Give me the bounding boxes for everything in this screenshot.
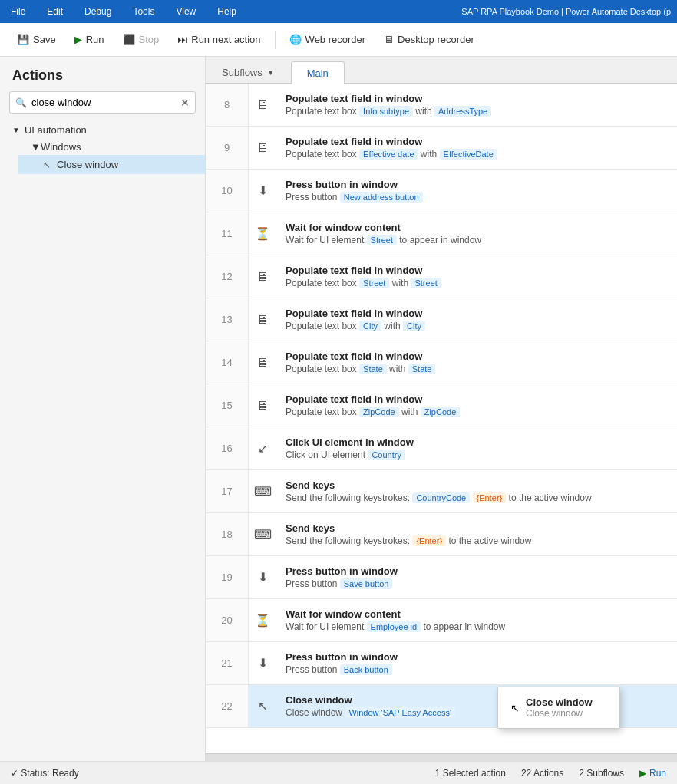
action-icon-17: ⌨ bbox=[249, 470, 276, 512]
search-clear-icon[interactable]: ✕ bbox=[180, 97, 190, 109]
action-row-20[interactable]: 20 ⏳ Wait for window content Wait for UI… bbox=[206, 599, 677, 642]
sidebar: Actions 🔍 ✕ ▼ UI automation ▼ Windows ↖ … bbox=[0, 57, 206, 761]
content-area: Subflows ▼ Main 8 🖥 Populate text field … bbox=[206, 57, 677, 761]
menu-file[interactable]: File bbox=[6, 3, 30, 20]
action-title-17: Send keys bbox=[286, 479, 668, 491]
menu-items: File Edit Debug Tools View Help bbox=[6, 3, 241, 20]
action-title-14: Populate text field in window bbox=[286, 351, 668, 362]
menu-view[interactable]: View bbox=[171, 3, 200, 20]
save-button[interactable]: 💾 Save bbox=[9, 30, 64, 49]
chevron-down-icon: ▼ bbox=[12, 126, 20, 134]
action-desc-18: Send the following keystrokes: {Enter} t… bbox=[286, 535, 668, 546]
action-desc-8: Populate text box Info subtype with Addr… bbox=[286, 106, 668, 117]
action-num-9: 9 bbox=[206, 127, 249, 169]
globe-icon: 🌐 bbox=[289, 34, 302, 45]
sidebar-item-ui-automation[interactable]: ▼ UI automation bbox=[0, 121, 205, 139]
tree-sub-windows: ▼ Windows ↖ Close window bbox=[0, 139, 205, 174]
action-icon-11: ⏳ bbox=[249, 212, 276, 255]
action-num-18: 18 bbox=[206, 513, 249, 555]
sidebar-item-close-window[interactable]: ↖ Close window bbox=[18, 155, 205, 174]
action-row-21[interactable]: 21 ⬇ Press button in window Press button… bbox=[206, 642, 677, 685]
menu-debug[interactable]: Debug bbox=[80, 3, 116, 20]
action-title-15: Populate text field in window bbox=[286, 394, 668, 405]
action-icon-21: ⬇ bbox=[249, 642, 276, 684]
action-desc-15: Populate text box ZipCode with ZipCode bbox=[286, 407, 668, 417]
close-window-popup-icon: ↖ bbox=[510, 702, 520, 714]
status-right: 1 Selected action 22 Actions 2 Subflows … bbox=[435, 768, 666, 779]
menu-edit[interactable]: Edit bbox=[42, 3, 68, 20]
action-num-12: 12 bbox=[206, 255, 249, 298]
context-popup-item[interactable]: ↖ Close window Close window bbox=[509, 693, 609, 722]
search-box: 🔍 ✕ bbox=[9, 91, 196, 114]
action-row-12[interactable]: 12 🖥 Populate text field in window Popul… bbox=[206, 255, 677, 298]
chevron-down-icon-2: ▼ bbox=[31, 141, 41, 153]
action-content-18: Send keys Send the following keystrokes:… bbox=[276, 513, 677, 555]
action-title-18: Send keys bbox=[286, 522, 668, 534]
action-desc-19: Press button Save button bbox=[286, 578, 668, 589]
action-row-10[interactable]: 10 ⬇ Press button in window Press button… bbox=[206, 170, 677, 212]
action-icon-8: 🖥 bbox=[249, 84, 276, 126]
web-recorder-button[interactable]: 🌐 Web recorder bbox=[282, 30, 374, 49]
action-desc-11: Wait for UI element Street to appear in … bbox=[286, 235, 668, 245]
sidebar-title: Actions bbox=[0, 57, 205, 91]
action-content-9: Populate text field in window Populate t… bbox=[276, 127, 677, 169]
horizontal-scrollbar[interactable] bbox=[206, 753, 677, 761]
action-row-16[interactable]: 16 ↙ Click UI element in window Click on… bbox=[206, 427, 677, 470]
action-num-10: 10 bbox=[206, 170, 249, 212]
action-row-8[interactable]: 8 🖥 Populate text field in window Popula… bbox=[206, 84, 677, 127]
action-desc-20: Wait for UI element Employee id to appea… bbox=[286, 621, 668, 632]
action-icon-9: 🖥 bbox=[249, 127, 276, 169]
action-row-14[interactable]: 14 🖥 Populate text field in window Popul… bbox=[206, 341, 677, 384]
action-row-15[interactable]: 15 🖥 Populate text field in window Popul… bbox=[206, 384, 677, 427]
tab-subflows[interactable]: Subflows ▼ bbox=[206, 61, 291, 83]
action-row-22[interactable]: 22 ↖ Close window Close window Window 'S… bbox=[206, 685, 677, 728]
action-content-16: Click UI element in window Click on UI e… bbox=[276, 427, 677, 469]
tab-main[interactable]: Main bbox=[291, 61, 345, 84]
run-next-button[interactable]: ⏭ Run next action bbox=[170, 30, 268, 49]
action-row-9[interactable]: 9 🖥 Populate text field in window Popula… bbox=[206, 127, 677, 170]
context-popup-labels: Close window Close window bbox=[526, 697, 593, 719]
action-desc-10: Press button New address button bbox=[286, 192, 668, 203]
menu-tools[interactable]: Tools bbox=[128, 3, 159, 20]
desktop-recorder-button[interactable]: 🖥 Desktop recorder bbox=[376, 30, 482, 49]
run-next-icon: ⏭ bbox=[177, 34, 187, 45]
action-title-10: Press button in window bbox=[286, 179, 668, 190]
main-layout: Actions 🔍 ✕ ▼ UI automation ▼ Windows ↖ … bbox=[0, 57, 677, 761]
action-content-10: Press button in window Press button New … bbox=[276, 170, 677, 212]
separator bbox=[275, 31, 276, 49]
action-row-18[interactable]: 18 ⌨ Send keys Send the following keystr… bbox=[206, 513, 677, 556]
action-icon-22: ↖ bbox=[249, 685, 276, 727]
action-row-17[interactable]: 17 ⌨ Send keys Send the following keystr… bbox=[206, 470, 677, 513]
action-content-8: Populate text field in window Populate t… bbox=[276, 84, 677, 126]
action-row-19[interactable]: 19 ⬇ Press button in window Press button… bbox=[206, 556, 677, 599]
actions-count: 22 Actions bbox=[521, 768, 563, 779]
menu-help[interactable]: Help bbox=[213, 3, 241, 20]
action-icon-10: ⬇ bbox=[249, 170, 276, 212]
action-content-17: Send keys Send the following keystrokes:… bbox=[276, 470, 677, 512]
save-icon: 💾 bbox=[17, 34, 29, 45]
action-row-11[interactable]: 11 ⏳ Wait for window content Wait for UI… bbox=[206, 212, 677, 255]
action-desc-12: Populate text box Street with Street bbox=[286, 278, 668, 288]
action-icon-13: 🖥 bbox=[249, 298, 276, 341]
selected-action-count: 1 Selected action bbox=[435, 768, 506, 779]
run-button[interactable]: ▶ Run bbox=[67, 30, 112, 49]
action-num-11: 11 bbox=[206, 212, 249, 255]
action-content-15: Populate text field in window Populate t… bbox=[276, 384, 677, 427]
stop-button[interactable]: ⬛ Stop bbox=[115, 30, 167, 49]
status-run-button[interactable]: ▶ Run bbox=[639, 768, 666, 779]
action-desc-16: Click on UI element Country bbox=[286, 450, 668, 460]
context-popup-subtitle: Close window bbox=[526, 708, 593, 719]
status-ready: ✓ Status: Ready bbox=[11, 768, 79, 779]
action-desc-17: Send the following keystrokes: CountryCo… bbox=[286, 492, 668, 503]
action-row-13[interactable]: 13 🖥 Populate text field in window Popul… bbox=[206, 298, 677, 341]
action-num-15: 15 bbox=[206, 384, 249, 427]
action-icon-19: ⬇ bbox=[249, 556, 276, 598]
sidebar-item-windows[interactable]: ▼ Windows bbox=[18, 139, 205, 155]
search-input[interactable] bbox=[9, 91, 196, 114]
action-icon-15: 🖥 bbox=[249, 384, 276, 427]
subflows-count: 2 Subflows bbox=[579, 768, 624, 779]
sidebar-tree: ▼ UI automation ▼ Windows ↖ Close window bbox=[0, 121, 205, 761]
action-title-9: Populate text field in window bbox=[286, 136, 668, 147]
status-bar: ✓ Status: Ready 1 Selected action 22 Act… bbox=[0, 761, 677, 784]
action-num-19: 19 bbox=[206, 556, 249, 598]
